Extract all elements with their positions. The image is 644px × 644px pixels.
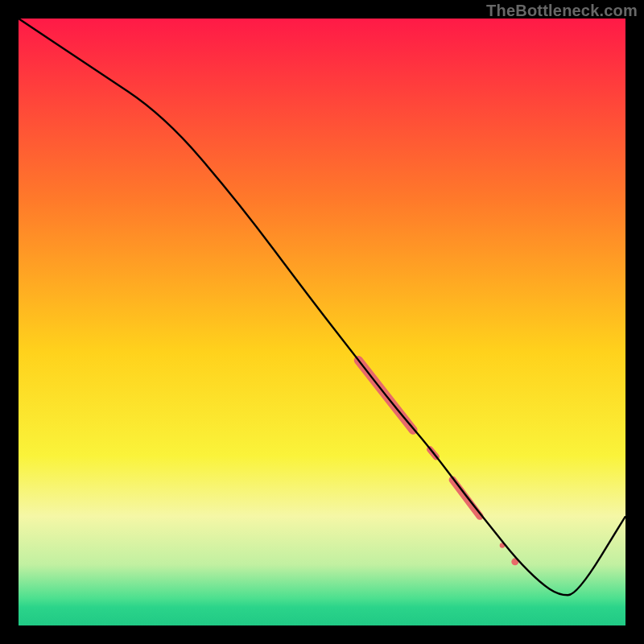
watermark-text: TheBottleneck.com: [486, 2, 638, 20]
chart-frame: TheBottleneck.com: [0, 0, 644, 644]
chart-plot-area: [19, 19, 625, 625]
gradient-background: [19, 19, 625, 625]
chart-svg: [19, 19, 625, 625]
